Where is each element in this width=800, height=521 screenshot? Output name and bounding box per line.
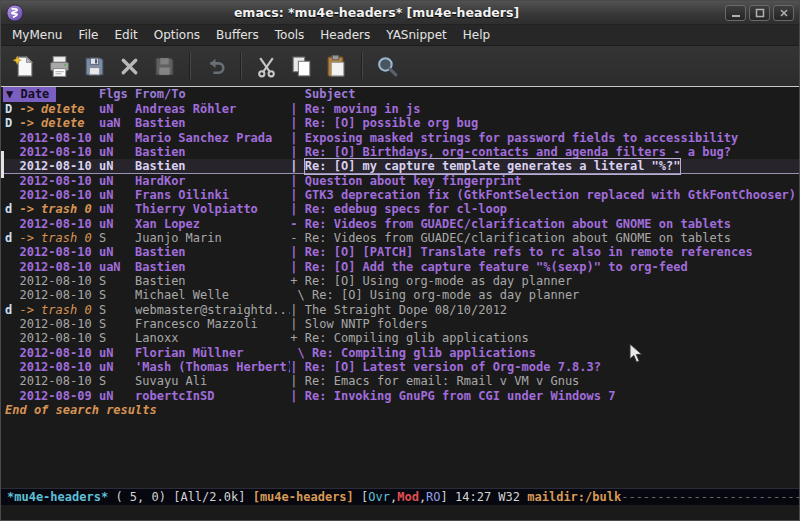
flags-cell: uN xyxy=(99,188,135,202)
message-row[interactable]: 2012-08-10 S Suvayu Ali | Re: Emacs for … xyxy=(1,374,799,388)
flags-cell: uN xyxy=(99,202,135,216)
message-row[interactable]: 2012-08-10 uN Bastien | Re: [O] Birthday… xyxy=(1,145,799,159)
modeline-segment: RO xyxy=(426,490,440,504)
undo-button[interactable] xyxy=(198,50,233,82)
date-cell: 2012-08-10 xyxy=(19,331,98,345)
save-button[interactable] xyxy=(77,50,112,82)
close-buffer-button[interactable] xyxy=(112,50,147,82)
message-row[interactable]: 2012-08-10 uN Frans Oilinki | GTK3 depre… xyxy=(1,188,799,202)
date-cell: 2012-08-10 xyxy=(19,317,98,331)
message-row[interactable]: 2012-08-10 uN Xan Lopez - Re: Videos fro… xyxy=(1,217,799,231)
save-as-button[interactable] xyxy=(147,50,182,82)
subject-cell: Re: moving in js xyxy=(305,102,421,116)
menu-edit[interactable]: Edit xyxy=(107,25,146,45)
header-subject[interactable]: Subject xyxy=(305,87,356,102)
message-row[interactable]: D -> delete uN Andreas Röhler | Re: movi… xyxy=(1,102,799,116)
modeline-segment: Mod xyxy=(397,490,419,504)
thread-prefix: | xyxy=(290,360,304,374)
flags-cell: uN xyxy=(99,102,135,116)
date-cell: 2012-08-10 xyxy=(19,217,98,231)
flags-cell: uN xyxy=(99,145,135,159)
menu-buffers[interactable]: Buffers xyxy=(208,25,267,45)
from-cell: Lanoxx xyxy=(135,331,290,345)
message-row[interactable]: 2012-08-10 uN Bastien | Re: [O] my captu… xyxy=(1,159,799,173)
new-file-button[interactable] xyxy=(7,50,42,82)
flags-cell: uN xyxy=(99,389,135,403)
flags-cell: uN xyxy=(99,360,135,374)
message-row[interactable]: 2012-08-10 uN Florian Müllner \ Re: Comp… xyxy=(1,346,799,360)
message-row[interactable]: 2012-08-10 S Lanoxx + Re: Compiling glib… xyxy=(1,331,799,345)
mark-char xyxy=(5,288,19,302)
message-row[interactable]: 2012-08-10 uN HardKor | Question about k… xyxy=(1,174,799,188)
window-title: emacs: *mu4e-headers* [mu4e-headers] xyxy=(28,5,725,20)
menu-mymenu[interactable]: MyMenu xyxy=(4,25,70,45)
subject-cell: Re: Compiling glib applications xyxy=(305,331,529,345)
mark-char xyxy=(5,274,19,288)
date-cell: 2012-08-10 xyxy=(19,245,98,259)
thread-prefix: \ xyxy=(290,346,312,360)
copy-button[interactable] xyxy=(284,50,319,82)
window-controls xyxy=(725,5,794,21)
close-button[interactable] xyxy=(773,5,794,21)
search-button[interactable] xyxy=(370,50,405,82)
flags-cell: S xyxy=(99,303,135,317)
scrollbar-thumb[interactable] xyxy=(1,151,4,178)
from-cell: Michael Welle xyxy=(135,288,290,302)
print-button[interactable] xyxy=(42,50,77,82)
menu-yasnippet[interactable]: YASnippet xyxy=(378,25,455,45)
from-cell: Bastien xyxy=(135,245,290,259)
toolbar xyxy=(1,46,799,87)
mark-char xyxy=(5,217,19,231)
minimize-button[interactable] xyxy=(725,5,746,21)
menu-tools[interactable]: Tools xyxy=(267,25,313,45)
emacs-window: emacs: *mu4e-headers* [mu4e-headers] MyM… xyxy=(0,0,800,521)
minimize-icon xyxy=(731,8,741,18)
date-cell: 2012-08-10 xyxy=(19,174,98,188)
thread-prefix: | xyxy=(290,202,304,216)
message-row[interactable]: 2012-08-10 S Michael Welle \ Re: [O] Usi… xyxy=(1,288,799,302)
message-row[interactable]: 2012-08-10 uaN Bastien | Re: [O] Add the… xyxy=(1,260,799,274)
save-as-icon xyxy=(152,54,177,79)
new-file-icon xyxy=(12,54,37,79)
maximize-button[interactable] xyxy=(749,5,770,21)
menu-help[interactable]: Help xyxy=(455,25,498,45)
message-row[interactable]: 2012-08-10 S Francesco Mazzoli | Slow NN… xyxy=(1,317,799,331)
message-row[interactable]: 2012-08-10 uN Mario Sanchez Prada | Expo… xyxy=(1,131,799,145)
echo-area[interactable] xyxy=(1,505,799,520)
thread-prefix: \ xyxy=(290,288,312,302)
menu-headers[interactable]: Headers xyxy=(312,25,378,45)
paste-icon xyxy=(324,54,349,79)
from-cell: Juanjo Marin xyxy=(135,231,290,245)
message-row[interactable]: 2012-08-10 S Bastien + Re: [O] Using org… xyxy=(1,274,799,288)
mark-char xyxy=(5,374,19,388)
message-row[interactable]: d -> trash 0 S webmaster@straightd... | … xyxy=(1,303,799,317)
from-cell: 'Mash (Thomas Herbert) xyxy=(135,360,290,374)
header-sort-date[interactable]: ▼ Date xyxy=(3,87,56,102)
headers-buffer[interactable]: ▼ Date Flgs From/To Subject D -> delete … xyxy=(1,87,799,488)
thread-prefix: | xyxy=(290,174,304,188)
menu-options[interactable]: Options xyxy=(146,25,208,45)
message-row[interactable]: d -> trash 0 uN Thierry Volpiatto | Re: … xyxy=(1,202,799,216)
message-row[interactable]: 2012-08-10 uN 'Mash (Thomas Herbert) | R… xyxy=(1,360,799,374)
subject-cell: Re: [O] Add the capture feature "%(sexp)… xyxy=(305,260,688,274)
message-row[interactable]: 2012-08-09 uN robertcInSD | Re: Invoking… xyxy=(1,389,799,403)
message-row[interactable]: 2012-08-10 uN Bastien | Re: [O] [PATCH] … xyxy=(1,245,799,259)
flags-cell: uaN xyxy=(99,116,135,130)
mark-char: d xyxy=(5,202,19,216)
cut-button[interactable] xyxy=(249,50,284,82)
from-cell: Bastien xyxy=(135,145,290,159)
subject-cell: Re: [O] Using org-mode as day planner xyxy=(305,274,572,288)
message-row[interactable]: D -> delete uaN Bastien | Re: [O] possib… xyxy=(1,116,799,130)
thread-prefix: | xyxy=(290,145,304,159)
message-row[interactable]: d -> trash 0 S Juanjo Marin - Re: Videos… xyxy=(1,231,799,245)
mark-char xyxy=(5,346,19,360)
paste-button[interactable] xyxy=(319,50,354,82)
titlebar[interactable]: emacs: *mu4e-headers* [mu4e-headers] xyxy=(1,1,799,25)
thread-prefix: | xyxy=(290,102,304,116)
modeline-segment: *mu4e-headers* xyxy=(7,490,108,504)
menu-file[interactable]: File xyxy=(70,25,106,45)
header-from[interactable]: From/To xyxy=(135,87,186,102)
end-of-search-results: End of search results xyxy=(1,403,799,417)
header-flgs[interactable]: Flgs xyxy=(99,87,128,102)
date-cell: -> trash 0 xyxy=(19,303,98,317)
